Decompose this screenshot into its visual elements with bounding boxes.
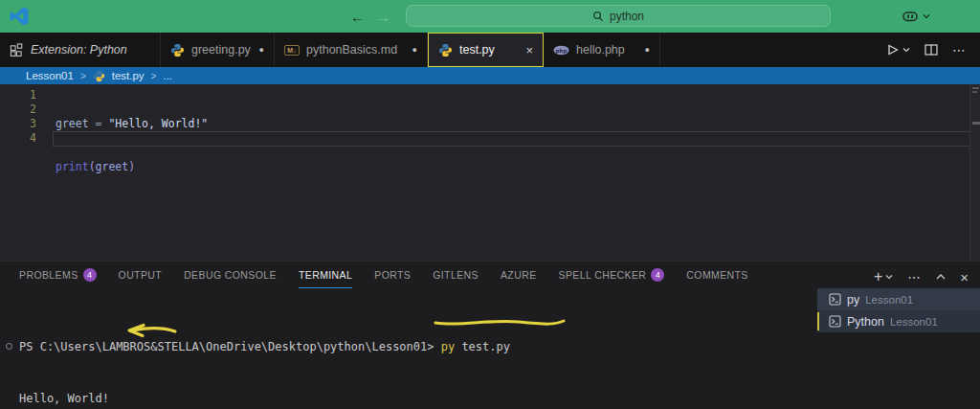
minimap-mark <box>972 122 980 125</box>
maximize-panel-icon[interactable] <box>936 274 946 280</box>
copilot-icon <box>902 10 919 24</box>
title-bar: ← → python <box>0 0 980 33</box>
panel-more-actions-icon[interactable]: ⋯ <box>907 269 922 284</box>
search-value: python <box>610 10 644 23</box>
terminal-tab-python[interactable]: Python Lesson01 <box>817 310 980 332</box>
run-button[interactable] <box>887 44 910 56</box>
editor-actions: ⋯ <box>887 33 980 67</box>
tab-test-py[interactable]: test.py × <box>428 33 544 67</box>
minimap-mark <box>972 87 979 89</box>
php-icon: php <box>553 45 569 56</box>
minimap-mark <box>972 91 977 93</box>
python-icon <box>438 43 453 57</box>
code-content: greet = "Hello, World!" print(greet) <box>56 88 208 289</box>
close-panel-icon[interactable]: × <box>960 269 969 285</box>
panel-tab-output[interactable]: OUTPUT <box>119 261 163 288</box>
command-decoration-icon[interactable] <box>6 343 12 350</box>
panel-tab-azure[interactable]: AZURE <box>501 261 537 288</box>
code-line-2: print(greet) <box>56 160 208 174</box>
split-editor-icon[interactable] <box>924 44 938 56</box>
nav-forward-icon: → <box>376 9 390 25</box>
search-icon <box>592 11 604 22</box>
code-line-4 <box>56 246 208 261</box>
tab-hello-php[interactable]: php hello.php ● <box>544 33 660 67</box>
nav-back-icon[interactable]: ← <box>350 9 365 25</box>
panel-tab-ports[interactable]: PORTS <box>374 261 411 288</box>
command-center-search[interactable]: python <box>406 5 831 27</box>
tab-label: pythonBasics.md <box>306 43 397 57</box>
terminal-output[interactable]: PS C:\Users\LAMBROS&STELLA\OneDrive\Desk… <box>0 288 817 409</box>
vscode-logo-icon <box>10 7 29 26</box>
panel-tab-comments[interactable]: COMMENTS <box>686 261 747 288</box>
modified-dot-icon[interactable]: ● <box>645 45 650 55</box>
problems-badge: 4 <box>83 268 97 282</box>
panel-tab-debug-console[interactable]: DEBUG CONSOLE <box>184 261 277 288</box>
breadcrumb: Lesson01 > test.py > ... <box>0 67 980 84</box>
terminal-tab-py[interactable]: py Lesson01 <box>817 288 980 310</box>
line-numbers: 1 2 3 4 <box>0 88 36 146</box>
tab-label: test.py <box>459 43 495 57</box>
terminal-line: PS C:\Users\LAMBROS&STELLA\OneDrive\Desk… <box>19 338 817 355</box>
tab-pythonbasics-md[interactable]: M↓ pythonBasics.md ● <box>275 33 428 67</box>
modified-dot-icon[interactable]: ● <box>259 45 264 55</box>
breadcrumb-folder[interactable]: Lesson01 <box>26 70 74 81</box>
editor-tab-bar: Extension: Python greeting.py ● M↓ pytho… <box>0 33 980 67</box>
panel-tab-gitlens[interactable]: GITLENS <box>433 261 479 288</box>
chevron-down-icon <box>902 47 910 53</box>
markdown-icon: M↓ <box>284 45 300 56</box>
tab-greeting-py[interactable]: greeting.py ● <box>161 33 275 67</box>
code-line-3 <box>56 203 208 217</box>
panel-tab-problems[interactable]: PROBLEMS4 <box>19 261 97 288</box>
run-icon <box>887 44 899 56</box>
svg-text:php: php <box>556 47 568 54</box>
minimap[interactable] <box>969 84 980 261</box>
modified-dot-icon[interactable]: ● <box>412 45 417 55</box>
tab-extension-python[interactable]: Extension: Python <box>0 33 161 67</box>
panel-tab-bar: PROBLEMS4 OUTPUT DEBUG CONSOLE TERMINAL … <box>0 261 980 288</box>
terminal-icon <box>829 293 841 306</box>
terminal-tabs-list: py Lesson01 Python Lesson01 <box>817 288 980 409</box>
panel-tab-spell-checker[interactable]: SPELL CHECKER4 <box>559 261 665 288</box>
breadcrumb-separator: > <box>80 71 86 81</box>
terminal-line: Hello, World! <box>19 390 817 407</box>
bottom-panel: PROBLEMS4 OUTPUT DEBUG CONSOLE TERMINAL … <box>0 261 980 409</box>
panel-tab-terminal[interactable]: TERMINAL <box>299 261 352 288</box>
breadcrumb-symbol[interactable]: ... <box>163 70 172 81</box>
tab-label: hello.php <box>576 43 625 57</box>
python-icon <box>93 70 105 82</box>
terminal-command: py <box>441 340 455 353</box>
extensions-icon <box>10 43 24 57</box>
breadcrumb-file[interactable]: test.py <box>112 70 145 81</box>
spell-checker-badge: 4 <box>651 268 664 282</box>
breadcrumb-separator: > <box>151 71 157 81</box>
code-editor[interactable]: 1 2 3 4 greet = "Hello, World!" print(gr… <box>0 84 980 261</box>
new-terminal-button[interactable]: + <box>874 268 893 285</box>
tab-label: greeting.py <box>191 43 251 57</box>
plus-icon: + <box>874 268 882 285</box>
terminal-icon <box>829 315 841 328</box>
chevron-down-icon <box>885 274 893 280</box>
copilot-menu[interactable] <box>902 0 930 33</box>
panel-actions: + ⋯ × <box>874 268 969 285</box>
more-actions-icon[interactable]: ⋯ <box>952 42 967 57</box>
code-line-1: greet = "Hello, World!" <box>56 117 208 131</box>
python-icon <box>170 43 185 57</box>
chevron-down-icon <box>923 13 930 19</box>
close-icon[interactable]: × <box>525 43 533 57</box>
tab-label: Extension: Python <box>31 43 127 57</box>
